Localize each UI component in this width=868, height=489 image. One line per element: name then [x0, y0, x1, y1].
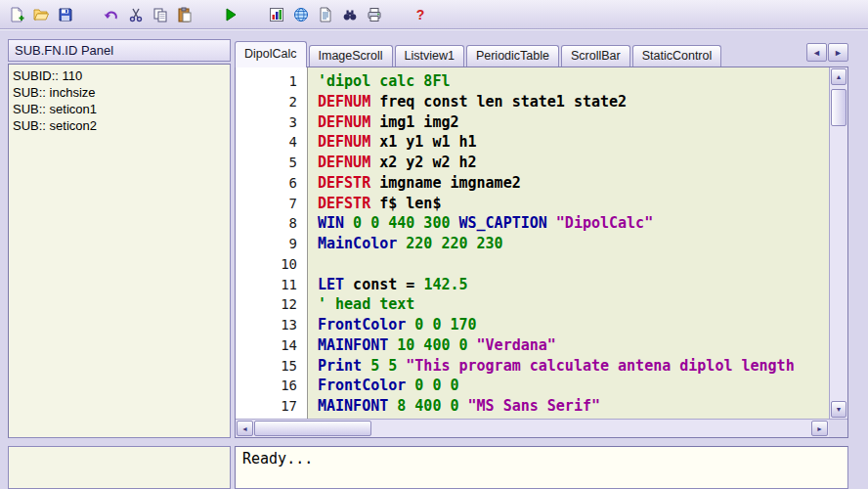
- code-line: DEFNUM freq const len state1 state2: [318, 92, 829, 112]
- sub-fn-id-panel-header: SUB.FN.ID Panel: [8, 39, 231, 62]
- chart-icon: [269, 7, 284, 22]
- panel-title: SUB.FN.ID Panel: [15, 43, 113, 58]
- code-line: FrontColor 0 0 0: [318, 376, 829, 396]
- line-number: 10: [236, 254, 297, 275]
- web-button[interactable]: [288, 3, 313, 26]
- code-line: Print 5 5 "This program calculate antena…: [318, 356, 829, 377]
- open-file-icon: [33, 7, 49, 22]
- line-number: 17: [236, 396, 297, 417]
- list-item[interactable]: SUB:: inchsize: [13, 84, 226, 101]
- print-button[interactable]: [362, 3, 386, 26]
- print-icon: [367, 7, 382, 22]
- scroll-left-button[interactable]: ◄: [237, 421, 253, 436]
- code-line: FrontColor 0 0 170: [318, 315, 829, 335]
- cut-icon: [128, 7, 144, 22]
- line-number: 1: [236, 71, 297, 92]
- list-item[interactable]: SUB:: seticon1: [13, 101, 226, 117]
- help-button[interactable]: ?: [408, 3, 432, 26]
- document-button[interactable]: [313, 3, 337, 26]
- find-button[interactable]: [337, 3, 362, 26]
- chart-button[interactable]: [264, 3, 288, 26]
- line-number-gutter: 1234567891011121314151617: [236, 67, 308, 419]
- tab-periodictable[interactable]: PeriodicTable: [466, 45, 559, 67]
- horizontal-scroll-thumb[interactable]: [254, 421, 371, 436]
- document-icon: [318, 7, 333, 22]
- tab-scrollbar[interactable]: ScrollBar: [561, 45, 630, 67]
- code-line: DEFSTR f$ len$: [318, 194, 829, 214]
- scroll-right-button[interactable]: ►: [811, 421, 828, 436]
- paste-icon: [177, 7, 193, 22]
- editor-bottom: ◄ ►: [236, 419, 847, 437]
- line-number: 4: [236, 132, 297, 153]
- tab-prev-icon: ◄: [812, 48, 821, 58]
- status-output-box[interactable]: Ready...: [235, 446, 848, 489]
- scroll-right-icon: ►: [816, 425, 823, 432]
- run-button[interactable]: [218, 3, 242, 26]
- code-line: DEFSTR imgname imgname2: [318, 173, 829, 194]
- find-icon: [342, 7, 358, 22]
- vertical-scrollbar[interactable]: ▲ ▼: [829, 67, 847, 419]
- status-text: Ready...: [242, 450, 313, 467]
- left-bottom-panel: [8, 446, 231, 489]
- code-line: MAINFONT 8 400 0 "MS Sans Serif": [318, 396, 829, 417]
- scroll-up-button[interactable]: ▲: [831, 68, 846, 85]
- line-number: 13: [236, 315, 297, 335]
- code-line: WIN 0 0 440 300 WS_CAPTION "DipolCalc": [318, 213, 829, 234]
- tab-imagescroll[interactable]: ImageScroll: [309, 45, 393, 67]
- code-editor: 1234567891011121314151617 'dipol calc 8F…: [235, 67, 848, 438]
- web-icon: [293, 7, 309, 22]
- toolbar-group-gap: [386, 3, 408, 26]
- horizontal-scrollbar[interactable]: ◄ ►: [236, 419, 829, 437]
- new-file-button[interactable]: [4, 3, 28, 26]
- line-number: 11: [236, 275, 297, 295]
- tab-next-icon: ►: [834, 48, 843, 58]
- undo-icon: [104, 7, 119, 22]
- scroll-down-button[interactable]: ▼: [831, 401, 846, 418]
- code-line: DEFNUM x2 y2 w2 h2: [318, 153, 829, 173]
- list-item[interactable]: SUBID:: 110: [13, 67, 226, 84]
- code-line: ' head text: [318, 294, 829, 315]
- tab-next-button[interactable]: ►: [828, 43, 848, 62]
- toolbar-group-gap: [196, 3, 218, 26]
- line-number: 3: [236, 112, 297, 133]
- scroll-up-icon: ▲: [836, 73, 843, 80]
- list-item[interactable]: SUB:: seticon2: [13, 117, 226, 134]
- code-line: LET const = 142.5: [318, 275, 829, 295]
- line-number: 14: [236, 335, 297, 356]
- toolbar: ?: [0, 0, 868, 29]
- tab-staticcontrol[interactable]: StaticControl: [632, 45, 722, 67]
- line-number: 12: [236, 294, 297, 315]
- code-line: MainColor 220 220 230: [318, 234, 829, 254]
- line-number: 15: [236, 356, 297, 377]
- code-line: 'dipol calc 8Fl: [318, 71, 829, 92]
- paste-button[interactable]: [172, 3, 196, 26]
- tab-listview1[interactable]: Listview1: [395, 45, 464, 67]
- scrollbar-corner: [829, 419, 847, 437]
- editor-main: 1234567891011121314151617 'dipol calc 8F…: [236, 67, 847, 419]
- line-number: 7: [236, 194, 297, 214]
- copy-button[interactable]: [148, 3, 172, 26]
- line-number: 2: [236, 92, 297, 112]
- code-line: DEFNUM img1 img2: [318, 112, 829, 133]
- new-file-icon: [9, 7, 24, 22]
- tab-strip: DipolCalcImageScrollListview1PeriodicTab…: [235, 41, 848, 67]
- tab-prev-button[interactable]: ◄: [806, 43, 827, 62]
- line-number: 5: [236, 153, 297, 173]
- undo-button[interactable]: [99, 3, 123, 26]
- code-area[interactable]: 'dipol calc 8FlDEFNUM freq const len sta…: [308, 67, 829, 419]
- code-line: DEFNUM x1 y1 w1 h1: [318, 132, 829, 153]
- svg-text:?: ?: [415, 7, 424, 22]
- line-number: 6: [236, 173, 297, 194]
- run-icon: [223, 7, 239, 22]
- save-file-button[interactable]: [53, 3, 77, 26]
- line-number: 9: [236, 234, 297, 254]
- vertical-scroll-thumb[interactable]: [831, 89, 846, 126]
- line-number: 8: [236, 213, 297, 234]
- save-file-icon: [58, 7, 73, 22]
- open-file-button[interactable]: [28, 3, 53, 26]
- code-line: MAINFONT 10 400 0 "Verdana": [318, 335, 829, 356]
- tab-dipolcalc[interactable]: DipolCalc: [235, 41, 307, 67]
- scroll-down-icon: ▼: [836, 406, 843, 413]
- cut-button[interactable]: [123, 3, 148, 26]
- sub-fn-id-listbox[interactable]: SUBID:: 110SUB:: inchsizeSUB:: seticon1S…: [8, 64, 231, 438]
